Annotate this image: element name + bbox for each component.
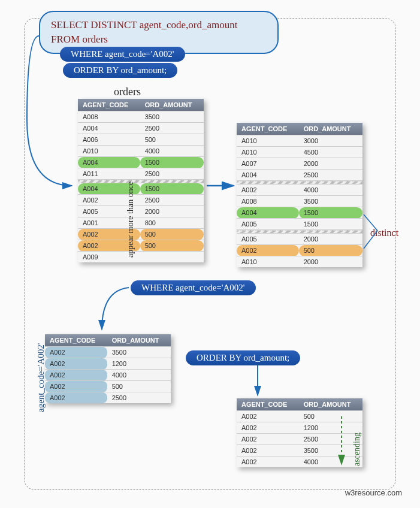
table-row: A0023500 [45, 347, 171, 358]
agentcode-label: agent_code='A002' [36, 343, 46, 413]
cell-agent: A010 [237, 135, 299, 147]
cell-agent: A011 [78, 168, 140, 180]
orders-label: orders [114, 86, 141, 98]
cell-agent: A008 [78, 111, 140, 123]
cell-agent: A002 [45, 358, 107, 370]
cell-amount: 4500 [299, 147, 362, 158]
cell-amount: 4000 [140, 146, 204, 157]
orders-table-2: AGENT_CODEORD_AMOUNT A0103000A0104500A00… [237, 123, 362, 267]
sql-line-2: FROM orders [51, 32, 267, 47]
table-row: A002500 [78, 229, 204, 240]
cell-agent: A010 [78, 146, 140, 157]
table-row: A0041500 [78, 157, 204, 168]
sql-line-1: SELECT DISTINCT agent_code,ord_amount [51, 18, 267, 32]
cell-agent: A002 [45, 370, 107, 381]
table-row: A0022500 [78, 195, 204, 206]
cell-amount: 1500 [299, 219, 362, 230]
cell-amount: 4000 [107, 370, 171, 381]
table-row: A001800 [78, 217, 204, 229]
cell-agent: A004 [237, 207, 299, 219]
cell-amount: 2000 [140, 206, 204, 217]
col-header-agent: AGENT_CODE [45, 334, 107, 347]
table-row: A0041500 [78, 183, 204, 195]
cell-amount: 500 [140, 229, 204, 240]
cell-agent: A005 [237, 219, 299, 230]
col-header-amount: ORD_AMOUNT [299, 123, 362, 135]
table-row: A0042500 [237, 170, 362, 181]
table-row: A0052000 [78, 206, 204, 217]
cell-amount: 500 [299, 245, 362, 256]
cell-agent: A008 [237, 196, 299, 207]
col-header-agent: AGENT_CODE [78, 99, 140, 111]
sorted-table: AGENT_CODEORD_AMOUNT A002500A0021200A002… [237, 398, 362, 467]
cell-amount: 2500 [140, 123, 204, 134]
table-row: A0072000 [237, 158, 362, 170]
cell-agent: A002 [45, 392, 107, 404]
cell-agent: A010 [237, 256, 299, 268]
table-row: A0083500 [237, 196, 362, 207]
cell-amount: 2500 [107, 392, 171, 404]
table-row: A0051500 [237, 219, 362, 230]
sql-where-pill: WHERE agent_code='A002' [60, 47, 185, 62]
cell-agent: A002 [45, 347, 107, 358]
table-row: A009 [78, 252, 204, 263]
table-row: A0104500 [237, 147, 362, 158]
filtered-table: AGENT_CODEORD_AMOUNT A0023500A0021200A00… [45, 334, 171, 403]
cell-amount: 1500 [140, 183, 204, 195]
footer-credit: w3resource.com [345, 488, 402, 497]
cell-amount: 500 [140, 134, 204, 146]
cell-amount: 1500 [140, 157, 204, 168]
orderby-pill-2: ORDER BY ord_amount; [186, 350, 300, 365]
table-row: A0024000 [237, 185, 362, 196]
table-row: A0102000 [237, 256, 362, 268]
col-header-amount: ORD_AMOUNT [299, 398, 362, 411]
table-row: A002500 [237, 245, 362, 256]
cell-amount: 500 [107, 381, 171, 392]
cell-amount: 800 [140, 217, 204, 229]
table-row: A0042500 [78, 123, 204, 134]
col-header-agent: AGENT_CODE [237, 398, 299, 411]
table-row: A0021200 [237, 422, 362, 434]
table-row: A006500 [78, 134, 204, 146]
cell-amount: 2500 [299, 170, 362, 181]
distinct-label: distinct [370, 228, 398, 238]
cell-agent: A004 [78, 157, 140, 168]
cell-agent: A002 [237, 185, 299, 196]
sql-orderby-pill: ORDER BY ord_amount; [63, 63, 177, 78]
table-row: A0112500 [78, 168, 204, 180]
cell-agent: A005 [237, 234, 299, 245]
where-pill-2: WHERE agent_code='A002' [131, 280, 256, 295]
cell-amount: 3500 [107, 347, 171, 358]
cell-amount: 2000 [299, 158, 362, 170]
table-row: A0022500 [237, 434, 362, 445]
col-header-amount: ORD_AMOUNT [140, 99, 204, 111]
cell-amount: 3000 [299, 135, 362, 147]
table-row: A002500 [45, 381, 171, 392]
table-row: A0103000 [237, 135, 362, 147]
cell-agent: A002 [237, 456, 299, 468]
table-row: A0024000 [45, 370, 171, 381]
cell-amount: 2000 [299, 256, 362, 268]
cell-agent: A002 [237, 434, 299, 445]
cell-amount: 3500 [299, 196, 362, 207]
cell-agent: A002 [237, 422, 299, 434]
cell-amount: 1500 [299, 207, 362, 219]
col-header-amount: ORD_AMOUNT [107, 334, 171, 347]
cell-agent: A002 [237, 445, 299, 456]
table-row: A0083500 [78, 111, 204, 123]
cell-amount [140, 252, 204, 263]
cell-amount: 2500 [140, 168, 204, 180]
cell-agent: A010 [237, 147, 299, 158]
cell-agent: A002 [237, 245, 299, 256]
table-row: A0024000 [237, 456, 362, 468]
cell-amount: 1200 [299, 422, 362, 434]
table-row: A0022500 [45, 392, 171, 404]
cell-amount: 500 [299, 411, 362, 422]
table-row: A0104000 [78, 146, 204, 157]
cell-agent: A004 [78, 123, 140, 134]
ascending-label: ascending [352, 433, 362, 466]
orders-table-1: AGENT_CODEORD_AMOUNT A0083500A0042500A00… [78, 99, 204, 262]
cell-amount: 2000 [299, 234, 362, 245]
table-row: A0021200 [45, 358, 171, 370]
cell-amount: 1200 [107, 358, 171, 370]
